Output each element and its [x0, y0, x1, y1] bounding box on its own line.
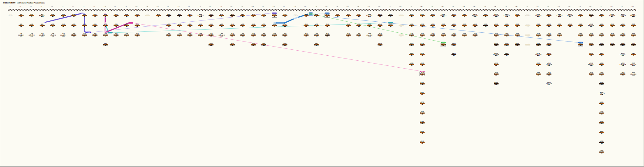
svg-text:W:BY: W:BY [590, 26, 593, 27]
svg-text:MB: MB [421, 75, 423, 76]
svg-text:MB: MB [242, 16, 244, 17]
svg-text:p184 (1): p184 (1) [547, 53, 550, 54]
svg-text:# 52: # 52 [547, 6, 549, 7]
svg-text:W:SW: W:SW [600, 94, 603, 95]
svg-text:MB: MB [126, 16, 127, 17]
svg-text:p55 (0): p55 (0) [210, 33, 213, 35]
svg-text:W:SW: W:SW [558, 16, 561, 17]
svg-text:MB: MB [580, 36, 581, 37]
svg-text:AB: AB [305, 36, 307, 37]
svg-text:AB: AB [464, 16, 465, 17]
svg-text:AB: AB [242, 26, 243, 27]
svg-text:p98 (0): p98 (0) [358, 24, 360, 25]
svg-text:# 37: # 37 [389, 6, 391, 7]
svg-text:AB: AB [411, 55, 412, 56]
svg-text:MB: MB [601, 123, 602, 125]
svg-text:# 34: # 34 [357, 6, 359, 7]
svg-text:p143 (1): p143 (1) [452, 53, 455, 54]
svg-text:p45 (0): p45 (0) [178, 24, 181, 25]
svg-text:AB: AB [601, 16, 602, 17]
svg-text:p117 (0): p117 (0) [410, 63, 413, 64]
svg-text:W:SW: W:SW [20, 36, 22, 37]
svg-text:p83 (5): p83 (5) [305, 14, 308, 15]
svg-text:MB: MB [506, 26, 508, 27]
svg-text:p144 (3): p144 (3) [463, 14, 466, 15]
svg-text:AB: AB [591, 45, 592, 47]
svg-text:# 57: # 57 [600, 6, 602, 7]
svg-text:p=380: p=380 [580, 42, 582, 43]
svg-text:W:GL: W:GL [400, 16, 402, 17]
svg-text:p87 (6): p87 (6) [315, 24, 318, 25]
svg-text:MB: MB [411, 16, 413, 17]
svg-text:W:MB: W:MB [632, 16, 635, 17]
svg-text:AB: AB [475, 36, 476, 37]
svg-text:# 17: # 17 [178, 6, 180, 7]
svg-text:# 36: # 36 [378, 6, 380, 7]
svg-text:# 19: # 19 [199, 6, 201, 7]
svg-text:p180 (0): p180 (0) [547, 14, 550, 15]
svg-text:AB: AB [591, 36, 592, 37]
svg-text:# 40: # 40 [420, 6, 423, 7]
svg-text:p181 (6): p181 (6) [547, 24, 550, 25]
svg-text:p17 (0): p17 (0) [72, 14, 75, 15]
svg-text:p47 (1): p47 (1) [189, 14, 192, 15]
svg-text:p114 (0): p114 (0) [410, 33, 413, 35]
svg-text:AB: AB [348, 16, 349, 17]
svg-text:p200 (0): p200 (0) [590, 43, 593, 44]
svg-text:p122 (0): p122 (0) [420, 53, 424, 54]
svg-text:MB: MB [601, 36, 602, 37]
svg-text:p25 (0): p25 (0) [94, 33, 97, 35]
svg-text:MB: MB [379, 26, 381, 27]
svg-text:AB: AB [327, 26, 328, 27]
svg-text:MB: MB [221, 26, 223, 27]
svg-text:# 44: # 44 [463, 6, 465, 7]
svg-text:W:GL: W:GL [527, 26, 529, 27]
svg-text:p80 (0): p80 (0) [284, 33, 286, 35]
svg-text:p176 (0): p176 (0) [537, 43, 540, 44]
svg-text:AB: AB [538, 65, 539, 66]
svg-text:AB: AB [358, 36, 359, 37]
svg-text:p203 (0): p203 (0) [590, 72, 593, 74]
svg-text:# 29: # 29 [304, 6, 307, 7]
svg-text:MB: MB [601, 26, 602, 27]
svg-text:MB: MB [358, 16, 360, 17]
svg-text:p210 (3): p210 (3) [600, 72, 603, 74]
svg-text:p31 (0): p31 (0) [115, 24, 118, 25]
svg-text:# 49: # 49 [515, 6, 518, 7]
svg-text:MB: MB [316, 36, 318, 37]
svg-text:# 35: # 35 [368, 6, 370, 7]
svg-text:MB: MB [358, 26, 360, 27]
svg-text:p37 (1): p37 (1) [136, 24, 139, 25]
svg-text:AB: AB [263, 16, 264, 17]
svg-text:W:AB: W:AB [632, 65, 635, 66]
svg-text:AB: AB [179, 26, 180, 27]
svg-text:AB: AB [115, 26, 117, 27]
svg-text:# 60: # 60 [631, 6, 634, 7]
svg-text:p190 (0): p190 (0) [558, 33, 561, 35]
svg-text:p213 (2): p213 (2) [600, 102, 603, 103]
svg-text:MB: MB [263, 45, 265, 47]
svg-text:p5 (0): p5 (0) [31, 14, 33, 15]
svg-text:WB: WB [179, 16, 180, 17]
svg-text:p28 (1): p28 (1) [104, 33, 107, 35]
svg-text:p65 (0): p65 (0) [242, 24, 244, 25]
svg-text:p=318: p=318 [109, 32, 112, 33]
svg-text:AB: AB [422, 104, 423, 105]
svg-text:# 38: # 38 [399, 6, 402, 7]
svg-text:MB: MB [633, 36, 634, 37]
svg-text:p104 (0): p104 (0) [378, 24, 381, 25]
svg-text:WB: WB [210, 16, 212, 17]
svg-text:W:MB: W:MB [590, 65, 593, 66]
svg-text:# 31: # 31 [325, 6, 328, 7]
svg-text:# 26: # 26 [273, 6, 275, 7]
svg-text:p121 (0): p121 (0) [420, 43, 424, 44]
svg-text:MB: MB [347, 26, 349, 27]
svg-text:MB: MB [305, 26, 307, 27]
svg-text:AB: AB [580, 16, 581, 17]
svg-text:p38 (5): p38 (5) [136, 33, 139, 35]
svg-text:p155 (0): p155 (0) [494, 43, 497, 44]
svg-text:AB: AB [517, 36, 518, 37]
svg-text:# 33: # 33 [347, 6, 349, 7]
svg-text:MB: MB [495, 26, 497, 27]
svg-text:p216 (6): p216 (6) [600, 131, 603, 132]
